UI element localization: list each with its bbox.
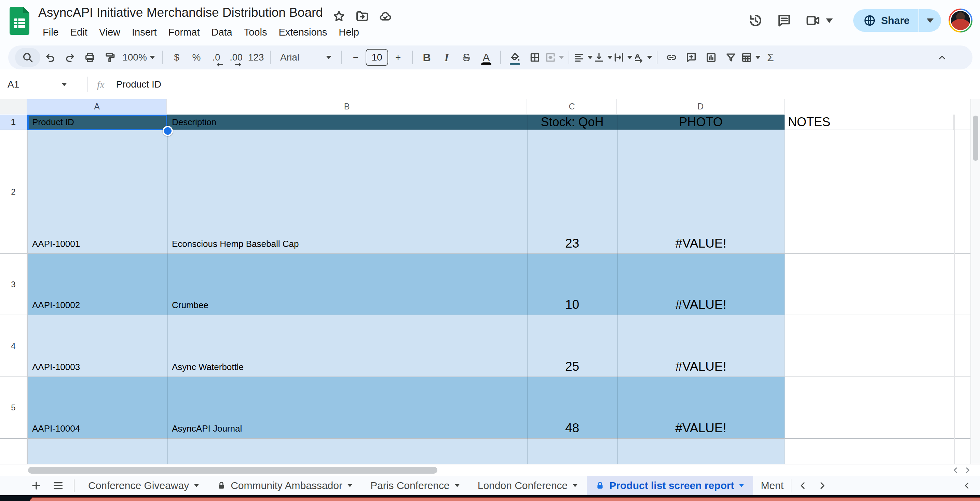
cell-b4[interactable]: Async Waterbottle (167, 315, 527, 377)
insert-comment-button[interactable] (681, 48, 701, 67)
bold-button[interactable]: B (417, 48, 437, 67)
scroll-right-icon[interactable] (963, 466, 972, 475)
meet-video-icon[interactable] (799, 7, 840, 34)
strikethrough-button[interactable]: S (457, 48, 476, 67)
sheet-tab-caret-icon[interactable] (740, 484, 744, 487)
redo-button[interactable] (60, 48, 80, 67)
tab-scroll-left-button[interactable] (794, 476, 813, 495)
column-header-c[interactable]: C (527, 99, 617, 114)
select-all-corner[interactable] (0, 99, 27, 114)
sheet-tab-caret-icon[interactable] (455, 484, 460, 487)
row-header-1[interactable]: 1 (0, 115, 27, 129)
increase-font-size-button[interactable]: + (388, 48, 408, 67)
move-to-folder-icon[interactable] (355, 10, 369, 23)
cell-b2[interactable]: Econscious Hemp Baseball Cap (167, 130, 527, 254)
cell-a2[interactable]: AAPI-10001 (27, 130, 167, 254)
menu-data[interactable]: Data (205, 25, 238, 40)
search-menus-button[interactable] (15, 48, 40, 67)
sheet-tab-conference-giveaway[interactable]: Conference Giveaway (79, 476, 208, 495)
spreadsheet-grid[interactable]: 1 Product ID Description Stock: QoH PHOT… (0, 115, 970, 464)
share-dropdown[interactable] (919, 9, 941, 32)
functions-button[interactable]: Σ (760, 48, 780, 67)
text-wrap-button[interactable] (613, 48, 633, 67)
borders-button[interactable] (525, 48, 545, 67)
cell-d3[interactable]: #VALUE! (617, 254, 784, 314)
star-icon[interactable] (332, 10, 346, 23)
undo-button[interactable] (40, 48, 60, 67)
text-color-button[interactable]: A (476, 48, 496, 67)
italic-button[interactable]: I (437, 48, 457, 67)
merge-cells-button[interactable] (545, 48, 565, 67)
side-panel-collapse-icon[interactable] (958, 476, 977, 495)
cell-d1[interactable]: PHOTO (617, 115, 784, 129)
cell-c1[interactable]: Stock: QoH (527, 115, 617, 129)
column-header-a[interactable]: A (27, 99, 167, 114)
tab-scroll-right-button[interactable] (813, 476, 832, 495)
menu-edit[interactable]: Edit (65, 25, 93, 40)
cell-b5[interactable]: AsyncAPI Journal (167, 377, 527, 438)
column-header-d[interactable]: D (617, 99, 784, 114)
sheet-tab-caret-icon[interactable] (573, 484, 578, 487)
scroll-left-icon[interactable] (951, 466, 960, 475)
decrease-decimal-button[interactable]: .0 (207, 48, 226, 67)
add-sheet-button[interactable] (25, 476, 47, 495)
name-box[interactable]: A1 (0, 79, 59, 90)
sheet-tab-community-ambassador[interactable]: Community Ambassador (208, 476, 361, 495)
more-formats-button[interactable]: 123 (246, 48, 266, 67)
fill-handle[interactable] (163, 126, 173, 136)
format-percent-button[interactable]: % (186, 48, 207, 67)
row-header-5[interactable]: 5 (0, 377, 27, 438)
cell-c2[interactable]: 23 (527, 130, 617, 254)
vertical-scrollbar-thumb[interactable] (973, 116, 978, 161)
column-header-b[interactable]: B (167, 99, 527, 114)
column-header-blank[interactable] (784, 99, 970, 114)
insert-link-button[interactable] (662, 48, 681, 67)
cell-d5[interactable]: #VALUE! (617, 377, 784, 438)
menu-extensions[interactable]: Extensions (273, 25, 333, 40)
cell-c4[interactable]: 25 (527, 315, 617, 377)
decrease-font-size-button[interactable]: − (346, 48, 366, 67)
cell-b1[interactable]: Description (167, 115, 527, 129)
sheet-tab-paris-conference[interactable]: Paris Conference (361, 476, 469, 495)
all-sheets-button[interactable] (47, 476, 69, 495)
menu-file[interactable]: File (37, 25, 65, 40)
name-box-caret-icon[interactable] (62, 83, 67, 86)
google-sheets-logo[interactable] (10, 7, 29, 35)
sheet-tab-caret-icon[interactable] (194, 484, 199, 487)
cell-d4[interactable]: #VALUE! (617, 315, 784, 377)
share-button-main[interactable]: Share (853, 9, 918, 32)
menu-format[interactable]: Format (163, 25, 206, 40)
text-rotation-button[interactable] (633, 48, 653, 67)
row-header-4[interactable]: 4 (0, 315, 27, 377)
share-button[interactable]: Share (853, 9, 941, 32)
font-family-select[interactable]: Arial (275, 48, 337, 67)
horizontal-scrollbar-thumb[interactable] (28, 467, 438, 474)
zoom-select[interactable]: 100% (119, 48, 158, 67)
account-avatar[interactable] (948, 8, 972, 32)
sheet-tab-mentorship-clipped[interactable]: Ment (753, 476, 789, 495)
horizontal-scrollbar[interactable] (0, 464, 980, 476)
format-currency-button[interactable]: $ (167, 48, 186, 67)
comments-icon[interactable] (770, 7, 799, 34)
increase-decimal-button[interactable]: .00 (226, 48, 246, 67)
cell-c5[interactable]: 48 (527, 377, 617, 438)
cell-a4[interactable]: AAPI-10003 (27, 315, 167, 377)
fill-color-button[interactable] (505, 48, 525, 67)
font-size-input[interactable]: 10 (366, 48, 388, 67)
menu-insert[interactable]: Insert (126, 25, 163, 40)
cell-a3[interactable]: AAPI-10002 (27, 254, 167, 314)
menu-tools[interactable]: Tools (238, 25, 273, 40)
horizontal-align-button[interactable] (573, 48, 593, 67)
formula-input[interactable]: Product ID (116, 79, 161, 90)
cell-e1[interactable]: NOTES (784, 115, 954, 129)
insert-table-button[interactable] (741, 48, 760, 67)
sheet-tab-product-list-screen-report[interactable]: Product list screen report (587, 476, 753, 495)
vertical-align-button[interactable] (593, 48, 613, 67)
menu-view[interactable]: View (93, 25, 126, 40)
row-header-2[interactable]: 2 (0, 130, 27, 254)
version-history-icon[interactable] (741, 7, 770, 34)
cell-d2[interactable]: #VALUE! (617, 130, 784, 254)
document-title[interactable]: AsyncAPI Initiative Merchandise Distribu… (38, 5, 323, 20)
insert-chart-button[interactable] (701, 48, 721, 67)
paint-format-button[interactable] (100, 48, 119, 67)
